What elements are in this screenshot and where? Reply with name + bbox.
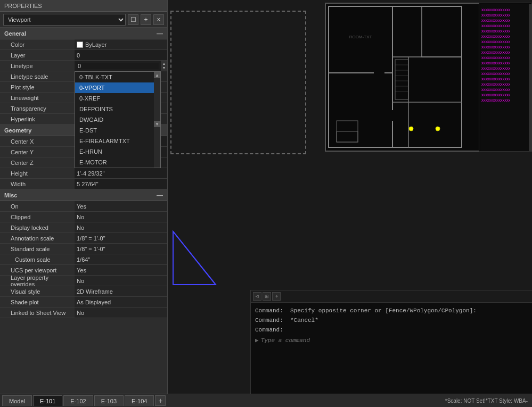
- prop-linkedsheetview-label: Linked to Sheet View: [0, 308, 75, 318]
- svg-text:XXXXXXXXXXXXXXX: XXXXXXXXXXXXXXX: [481, 13, 511, 17]
- svg-point-20: [436, 127, 440, 131]
- dropdown-item-efirealarmtxt[interactable]: E-FIREALARMTXT: [75, 136, 160, 146]
- prop-annotscale-value[interactable]: 1/8" = 1'-0": [75, 233, 167, 243]
- prop-lineweight-label: Lineweight: [0, 93, 75, 103]
- dropdown-item-0tblktxt[interactable]: 0-TBLK-TXT: [75, 72, 160, 82]
- toolbar-btn-2[interactable]: +: [141, 14, 151, 25]
- prop-linkedsheetview-value[interactable]: No: [75, 308, 167, 318]
- toolbar-btn-1[interactable]: ☐: [128, 14, 138, 25]
- prop-linetype-row: Linetype ▲ ▼: [0, 61, 167, 71]
- dropdown-scroll-down[interactable]: ▼: [154, 121, 160, 127]
- toolbar-btn-3[interactable]: ×: [153, 14, 164, 25]
- dropdown-scrollbar[interactable]: ▲ ▼: [154, 72, 160, 168]
- command-input-row: ▶: [255, 337, 528, 344]
- prop-transparency-label: Transparency: [0, 103, 75, 113]
- prop-layer-row: Layer 0: [0, 50, 167, 61]
- prop-linetype-value[interactable]: ▲ ▼: [75, 61, 167, 71]
- scrollbar-track: [154, 78, 160, 121]
- prop-color-row: Color ByLayer: [0, 39, 167, 50]
- prop-height-row: Height 1'-4 29/32": [0, 168, 167, 179]
- svg-text:XXXXXXXXXXXXXXX: XXXXXXXXXXXXXXX: [481, 35, 511, 38]
- svg-text:XXXXXXXXXXXXXXX: XXXXXXXXXXXXXXX: [481, 98, 511, 102]
- prop-shadeplot-value[interactable]: As Displayed: [75, 297, 167, 307]
- prop-clipped-value[interactable]: No: [75, 212, 167, 222]
- svg-rect-11: [422, 6, 462, 57]
- svg-text:XXXXXXXXXXXXXXX: XXXXXXXXXXXXXXX: [481, 8, 511, 12]
- general-collapse-btn[interactable]: —: [157, 30, 163, 37]
- prop-color-label: Color: [0, 39, 75, 49]
- prop-height-value[interactable]: 1'-4 29/32": [75, 168, 167, 178]
- tab-add-btn[interactable]: +: [155, 395, 166, 406]
- dropdown-item-edst[interactable]: E-DST: [75, 125, 160, 136]
- command-line-2: Command: *Cancel*: [255, 315, 528, 325]
- prop-hyperlink-label: Hyperlink: [0, 114, 75, 124]
- prop-customscale-label: Custom scale: [0, 254, 75, 264]
- misc-collapse-btn[interactable]: —: [157, 192, 163, 199]
- prop-linetypescale-label: Linetype scale: [0, 71, 75, 81]
- prop-width-row: Width 5 27/64": [0, 179, 167, 189]
- tab-e101[interactable]: E-101: [33, 395, 62, 406]
- prop-width-value[interactable]: 5 27/64": [75, 179, 167, 189]
- general-section-header[interactable]: General —: [0, 28, 167, 39]
- command-input[interactable]: [261, 337, 528, 344]
- cmd-icon-1[interactable]: ⊲: [253, 292, 261, 301]
- drawing-area[interactable]: ROOM-TXT: [168, 0, 532, 290]
- command-output: Command: Specify opposite corner or [Fen…: [251, 303, 532, 347]
- prop-centerx-label: Center X: [0, 136, 75, 146]
- viewport-select[interactable]: Viewport: [3, 14, 126, 26]
- data-column-svg: XXXXXXXXXXXXXXX XXXXXXXXXXXXXXX XXXXXXXX…: [479, 3, 532, 152]
- prop-stdscale-value[interactable]: 1/8" = 1'-0": [75, 244, 167, 254]
- svg-text:XXXXXXXXXXXXXXX: XXXXXXXXXXXXXXX: [481, 19, 511, 22]
- prop-linetype-label: Linetype: [0, 61, 75, 71]
- prop-customscale-value[interactable]: 1/64": [75, 254, 167, 264]
- cmd-icon-2[interactable]: ⊞: [263, 292, 271, 301]
- dropdown-item-defpoints[interactable]: DEFPOINTS: [75, 104, 160, 114]
- prop-ucsperviewport-value[interactable]: Yes: [75, 265, 167, 275]
- prop-annotscale-label: Annotation scale: [0, 233, 75, 243]
- layer-dropdown[interactable]: ▲ ▼ 0-TBLK-TXT 0-VPORT 0-XREF DEFPOINTS …: [75, 71, 161, 168]
- dropdown-item-0vport[interactable]: 0-VPORT: [75, 82, 160, 93]
- dropdown-scroll-up[interactable]: ▲: [154, 72, 160, 78]
- tab-e102[interactable]: E-102: [63, 395, 93, 406]
- prop-width-label: Width: [0, 179, 75, 189]
- cmd-icon-3[interactable]: ⌖: [272, 292, 281, 301]
- svg-text:XXXXXXXXXXXXXXX: XXXXXXXXXXXXXXX: [481, 29, 511, 33]
- tab-e103[interactable]: E-103: [94, 395, 124, 406]
- prop-shadeplot-label: Shade plot: [0, 297, 75, 307]
- tab-e104[interactable]: E-104: [125, 395, 154, 406]
- svg-text:XXXXXXXXXXXXXXX: XXXXXXXXXXXXXXX: [481, 88, 511, 92]
- prop-plotstyle-label: Plot style: [0, 82, 75, 92]
- prop-layerpropoverrides-row: Layer property overrides No: [0, 276, 167, 286]
- svg-point-19: [409, 127, 413, 131]
- command-icons-row: ⊲ ⊞ ⌖: [251, 290, 532, 303]
- prop-on-value[interactable]: Yes: [75, 201, 167, 211]
- prop-displaylocked-value[interactable]: No: [75, 222, 167, 232]
- properties-panel: PROPERTIES Viewport ☐ + × General — Colo…: [0, 0, 168, 407]
- prop-layerpropoverrides-value[interactable]: No: [75, 276, 167, 286]
- prop-color-value[interactable]: ByLayer: [75, 39, 167, 49]
- dropdown-item-0xref[interactable]: 0-XREF: [75, 93, 160, 104]
- svg-text:XXXXXXXXXXXXXXX: XXXXXXXXXXXXXXX: [481, 51, 511, 54]
- prop-layer-value[interactable]: 0: [75, 50, 167, 60]
- dropdown-item-dwgaid[interactable]: DWGAID: [75, 114, 160, 125]
- prop-stdscale-label: Standard scale: [0, 244, 75, 254]
- svg-text:XXXXXXXXXXXXXXX: XXXXXXXXXXXXXXX: [481, 24, 511, 28]
- prop-centery-label: Center Y: [0, 147, 75, 157]
- prop-displaylocked-row: Display locked No: [0, 222, 167, 233]
- svg-rect-8: [337, 131, 358, 142]
- svg-text:XXXXXXXXXXXXXXX: XXXXXXXXXXXXXXX: [481, 56, 511, 60]
- dropdown-item-ehrun[interactable]: E-HRUN: [75, 146, 160, 157]
- prop-customscale-row: Custom scale 1/64": [0, 254, 167, 265]
- misc-section-header[interactable]: Misc —: [0, 189, 167, 201]
- svg-text:XXXXXXXXXXXXXXX: XXXXXXXXXXXXXXX: [481, 61, 511, 65]
- svg-text:XXXXXXXXXXXXXXX: XXXXXXXXXXXXXXX: [481, 45, 511, 49]
- svg-line-44: [173, 231, 216, 285]
- prop-visualstyle-value[interactable]: 2D Wireframe: [75, 286, 167, 296]
- svg-text:XXXXXXXXXXXXXXX: XXXXXXXXXXXXXXX: [481, 93, 511, 97]
- scroll-up-btn[interactable]: ▲: [161, 61, 167, 65]
- prop-visualstyle-row: Visual style 2D Wireframe: [0, 286, 167, 297]
- linetype-input[interactable]: [77, 63, 159, 69]
- dropdown-item-emotor[interactable]: E-MOTOR: [75, 157, 160, 168]
- tab-model[interactable]: Model: [2, 395, 32, 406]
- scroll-down-btn[interactable]: ▼: [161, 66, 167, 71]
